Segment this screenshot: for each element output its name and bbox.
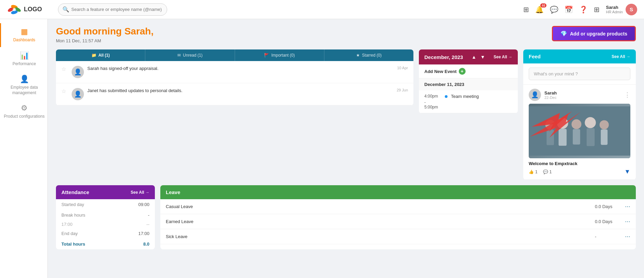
total-hours-label: Total hours (61, 242, 85, 247)
chat-icon[interactable]: 💬 (550, 5, 558, 14)
image-placeholder (529, 104, 630, 158)
notif-text: Sarah has signed-off your appraisal. (87, 66, 408, 71)
calendar-header: December, 2023 ▲ ▼ See All → (419, 49, 518, 64)
leave-header: Leave (160, 185, 636, 199)
content-grid: 📁 All (1) ✉ Unread (1) 🚩 Important (0) ★… (56, 49, 636, 180)
star-toggle-icon[interactable]: ☆ (61, 88, 66, 94)
event-item: 4:00pm - 5:00pm Team meeting (419, 90, 518, 113)
logo[interactable]: LOGO (7, 3, 55, 16)
tab-important[interactable]: 🚩 Important (0) (235, 49, 324, 61)
svg-point-12 (585, 117, 596, 128)
upgrade-button[interactable]: 💎 Add or upgrade products (552, 26, 636, 41)
leave-more-icon[interactable]: ⋯ (625, 233, 630, 240)
sidebar: ▦ Dashboards 📊 Performance 👤 Employee da… (0, 19, 48, 278)
logo-text: LOGO (24, 6, 42, 13)
mail-icon: ✉ (177, 53, 181, 58)
feed-post-date: 22-Dec (544, 96, 557, 100)
notification-tabs: 📁 All (1) ✉ Unread (1) 🚩 Important (0) ★… (56, 49, 413, 61)
feed-post-user-info: Sarah 22-Dec (544, 90, 557, 100)
search-input[interactable] (71, 7, 163, 12)
diamond-icon: 💎 (560, 30, 567, 37)
tab-all[interactable]: 📁 All (1) (56, 49, 145, 61)
notif-content: 10 Apr Sarah has signed-off your apprais… (87, 66, 408, 71)
sidebar-item-employee-data[interactable]: 👤 Employee data management (0, 71, 47, 100)
nav-icons: ⊞ 🔔 02 💬 📅 ❓ ⊞ Sarah HR Admin S (523, 4, 637, 15)
feed-actions: 👍 1 💬 1 ▼ (529, 168, 630, 175)
feed-post-caption: Welcome to Empxtrack (529, 161, 630, 166)
leave-item-earned: Earned Leave 0.0 Days ⋯ (160, 214, 636, 229)
greeting-prefix: Good morning (56, 26, 125, 36)
employee-icon: 👤 (20, 75, 29, 84)
add-event-row: Add New Event + (419, 64, 518, 78)
search-icon: 🔍 (62, 6, 69, 13)
feed-post-image (529, 104, 630, 158)
feed-post-username: Sarah (544, 90, 557, 96)
header-row: Good morning Sarah, Mon 11 Dec, 11:57 AM… (56, 26, 636, 43)
notif-date: 29 Jun (397, 88, 408, 92)
feed-title: Feed (529, 54, 541, 59)
svg-rect-15 (601, 129, 608, 145)
total-hours-row: Total hours 8.0 (56, 239, 155, 249)
notification-item: ☆ 👤 10 Apr Sarah has signed-off your app… (56, 61, 413, 83)
leave-more-icon[interactable]: ⋯ (625, 218, 630, 225)
feed-post-header: 👤 Sarah 22-Dec ⋮ (529, 89, 630, 101)
end-day-value: 17:00 (138, 231, 149, 236)
leave-panel: Leave Casual Leave 0.0 Days ⋯ Earned Lea… (160, 185, 636, 249)
feed-input[interactable]: What's on your mind ? (529, 68, 630, 80)
feed-collapse-icon[interactable]: ▼ (624, 168, 630, 175)
leave-days: 0.0 Days (595, 204, 622, 209)
add-event-button[interactable]: + (459, 68, 466, 75)
leave-more-icon[interactable]: ⋯ (625, 203, 630, 210)
calendar-see-all[interactable]: See All → (494, 55, 512, 59)
upgrade-label: Add or upgrade products (570, 31, 627, 36)
grid-view-icon[interactable]: ⊞ (523, 5, 529, 14)
apps-icon[interactable]: ⊞ (594, 5, 600, 14)
tab-unread[interactable]: ✉ Unread (1) (145, 49, 235, 61)
sidebar-item-label: Employee data management (4, 85, 45, 96)
bell-icon[interactable]: 🔔 02 (535, 5, 544, 14)
calendar-month-year: December, 2023 (424, 54, 463, 60)
feed-more-options[interactable]: ⋮ (624, 91, 630, 99)
star-toggle-icon[interactable]: ☆ (61, 66, 66, 72)
sidebar-item-dashboards[interactable]: ▦ Dashboards (0, 23, 47, 47)
end-day-label: End day (61, 231, 78, 236)
add-event-label: Add New Event (424, 69, 457, 74)
avatar[interactable]: S (626, 4, 637, 15)
dashes: -- (146, 222, 149, 227)
event-date-header: December 11, 2023 (419, 78, 518, 90)
calendar-prev[interactable]: ▲ (470, 54, 478, 60)
svg-rect-7 (546, 130, 554, 145)
performance-icon: 📊 (20, 51, 29, 60)
attendance-header: Attendance See All → (56, 185, 155, 199)
calendar-next[interactable]: ▼ (479, 54, 486, 60)
dashboard-icon: ▦ (21, 27, 28, 36)
like-button[interactable]: 👍 1 (529, 170, 538, 174)
greeting: Good morning Sarah, Mon 11 Dec, 11:57 AM (56, 26, 153, 43)
user-area[interactable]: Sarah HR Admin S (606, 4, 637, 15)
user-role: HR Admin (606, 10, 623, 14)
notification-badge: 02 (540, 3, 546, 8)
sidebar-item-performance[interactable]: 📊 Performance (0, 47, 47, 71)
attendance-see-all[interactable]: See All → (131, 190, 149, 195)
sidebar-item-label: Dashboards (13, 38, 35, 43)
notif-date: 10 Apr (397, 66, 408, 70)
end-day-row: End day 17:00 (56, 228, 155, 239)
sidebar-item-product-config[interactable]: ⚙ Product configurations (0, 100, 47, 123)
comment-button[interactable]: 💬 1 (543, 170, 552, 174)
feed-image-svg (529, 104, 630, 158)
leave-days: - (595, 234, 622, 239)
top-nav: LOGO 🔍 ⊞ 🔔 02 💬 📅 ❓ ⊞ Sarah HR Admin S (0, 0, 644, 19)
event-name: Team meeting (451, 94, 479, 99)
tab-starred[interactable]: ★ Starred (0) (324, 49, 413, 61)
leave-title: Leave (166, 189, 180, 195)
help-icon[interactable]: ❓ (579, 5, 588, 14)
svg-point-4 (13, 8, 16, 11)
main-content: Good morning Sarah, Mon 11 Dec, 11:57 AM… (48, 19, 644, 278)
leave-item-sick: Sick Leave - ⋯ (160, 229, 636, 244)
search-bar[interactable]: 🔍 (58, 3, 167, 16)
notification-item: ☆ 👤 29 Jun Janet has submitted updates t… (56, 83, 413, 105)
feed-post-avatar: 👤 (529, 89, 541, 101)
calendar-events: 4:00pm - 5:00pm Team meeting (419, 90, 518, 113)
calendar-icon[interactable]: 📅 (565, 5, 573, 14)
feed-see-all[interactable]: See All → (612, 54, 630, 59)
